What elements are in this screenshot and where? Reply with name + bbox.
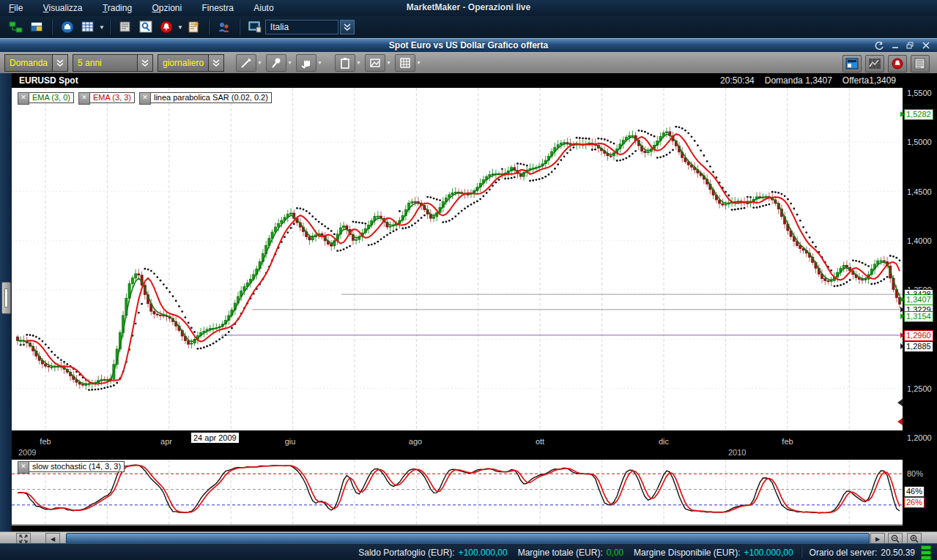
news-panel-icon[interactable] (911, 55, 930, 72)
balance-label: Saldo Portafoglio (EUR): (358, 548, 454, 558)
bid-value: 1,3407 (805, 75, 832, 86)
data-table-caret-icon[interactable]: ▼ (415, 55, 422, 71)
clipboard-icon[interactable] (335, 54, 355, 72)
range-dropdown[interactable]: 5 anni (73, 54, 153, 72)
pin-caret-icon[interactable]: ▼ (286, 55, 293, 71)
balance-value: +100.000,00 (459, 548, 508, 558)
close-icon[interactable]: ✕ (18, 461, 29, 474)
close-icon[interactable]: ✕ (139, 92, 151, 105)
chart-window-titlebar[interactable]: Spot Euro vs US Dollar Grafico offerta (0, 38, 937, 53)
connection-status-icon (921, 545, 931, 560)
stochastic-value-black: 46% (904, 486, 925, 497)
clipboard-caret-icon[interactable]: ▼ (355, 55, 362, 71)
grid-view-caret-icon[interactable]: ▼ (99, 24, 105, 31)
quote-time: 20:50:34 (720, 75, 755, 86)
margin-value: 0,00 (607, 548, 623, 558)
svg-text:★: ★ (193, 20, 199, 28)
available-value: +100.000,00 (744, 548, 793, 558)
stochastic-value-red: 26% (904, 497, 925, 508)
price-side-chevron-icon[interactable] (52, 55, 67, 71)
price-tick: 1,2500 (907, 384, 932, 393)
legend-stochastic-label: slow stochastic (14, 3, 3) (29, 461, 125, 472)
symbol-label: EURUSD Spot (19, 75, 78, 86)
month-label: feb (40, 437, 51, 446)
available-label: Margine Disponibile (EUR): (634, 548, 740, 558)
grid-view-icon[interactable] (78, 18, 97, 36)
year-label: 2010 (728, 448, 746, 457)
pointer-tools-icon[interactable] (296, 54, 316, 72)
date-tooltip: 24 apr 2009 (190, 432, 240, 444)
legend-stochastic: ✕ slow stochastic (14, 3, 3) (18, 461, 125, 472)
time-axis: 24 apr 2009 febaprgiuagoottdicfeb2009201… (12, 430, 903, 460)
interval-dropdown[interactable]: giornaliero (158, 54, 224, 72)
alarm-caret-icon[interactable]: ▼ (177, 24, 183, 31)
range-chevron-icon[interactable] (137, 55, 152, 71)
bid-label: Domanda (765, 75, 803, 86)
interval-label: giornaliero (158, 58, 208, 68)
news-icon[interactable] (116, 18, 135, 36)
menu-bar: File Visualizza Trading Opzioni Finestra… (0, 0, 937, 16)
price-tick: 1,5500 (907, 89, 932, 97)
close-icon[interactable]: ✕ (78, 92, 90, 105)
price-tick: 1,2000 (907, 433, 932, 442)
interval-chevron-icon[interactable] (208, 55, 223, 71)
toolbar-separator (109, 19, 111, 35)
alerts-icon[interactable] (888, 55, 907, 72)
restore-window-icon[interactable] (905, 40, 916, 51)
year-label: 2009 (18, 448, 36, 457)
price-marker: 1,5282 (904, 109, 933, 120)
stochastic-plot[interactable]: ✕ slow stochastic (14, 3, 3) (12, 460, 903, 526)
chart-view-icon[interactable] (865, 55, 884, 72)
app-title: MarketMaker - Operazioni live (0, 2, 937, 12)
country-chevron-icon[interactable] (340, 20, 355, 34)
price-tick: 1,5000 (907, 138, 932, 146)
country-select[interactable]: Italia (265, 20, 338, 34)
layout-icon[interactable] (27, 18, 46, 36)
price-marker: 1,3154 (904, 311, 933, 322)
month-label: feb (782, 437, 793, 446)
pointer-tools-caret-icon[interactable]: ▼ (316, 55, 323, 71)
close-icon[interactable]: ✕ (18, 92, 29, 105)
close-icon[interactable] (920, 40, 931, 51)
legend-sar-label: linea parabolica SAR (0.02, 0.2) (151, 92, 272, 103)
price-side-dropdown[interactable]: Domanda (4, 54, 68, 72)
pin-annotation-icon[interactable] (266, 54, 286, 72)
data-table-icon[interactable] (395, 54, 415, 72)
status-bar: Saldo Portafoglio (EUR): +100.000,00 Mar… (0, 543, 937, 560)
snapshot-caret-icon[interactable]: ▼ (385, 55, 392, 71)
snapshot-icon[interactable] (365, 54, 385, 72)
workspace-icon[interactable] (7, 18, 26, 36)
toolbar-separator (239, 19, 240, 35)
draw-line-caret-icon[interactable]: ▼ (256, 55, 263, 71)
stochastic-tick: 80% (907, 469, 923, 478)
order-pad-icon[interactable]: ★ (184, 18, 203, 36)
candlestick-chart (12, 88, 903, 430)
price-pointer-black-icon (897, 399, 903, 406)
alarm-icon[interactable] (157, 18, 176, 36)
stochastic-chart (12, 460, 903, 524)
price-side-label: Domanda (5, 58, 52, 68)
legend-ema-fast: ✕ EMA (3, 0) (18, 92, 74, 103)
draw-line-icon[interactable] (236, 54, 256, 72)
panel-expand-handle[interactable] (1, 282, 11, 314)
ask-label: Offerta (842, 75, 869, 86)
minimize-icon[interactable] (889, 40, 900, 51)
panel-view-icon[interactable] (842, 55, 862, 72)
status-divider (801, 547, 802, 559)
toolbar-separator (208, 19, 210, 35)
price-marker: 1,3407 (904, 294, 933, 305)
legend-ema-slow: ✕ EMA (3, 3) (78, 92, 135, 103)
market-monitor-icon[interactable] (245, 18, 264, 36)
portfolio-icon[interactable] (58, 18, 77, 36)
month-label: ott (536, 437, 544, 446)
range-label: 5 anni (73, 58, 106, 68)
price-chart-plot[interactable]: ✕ EMA (3, 0) ✕ EMA (3, 3) ✕ linea parabo… (12, 88, 903, 432)
application-window: File Visualizza Trading Opzioni Finestra… (0, 0, 937, 560)
chart-scrollbar: ◀ ▶ (0, 531, 937, 544)
restore-layout-icon[interactable] (874, 40, 885, 51)
collapsed-panel-strip (0, 73, 12, 533)
analysis-icon[interactable] (136, 18, 155, 36)
chart-window-title: Spot Euro vs US Dollar Grafico offerta (0, 40, 937, 51)
contacts-icon[interactable] (215, 18, 234, 36)
month-label: dic (659, 437, 669, 446)
